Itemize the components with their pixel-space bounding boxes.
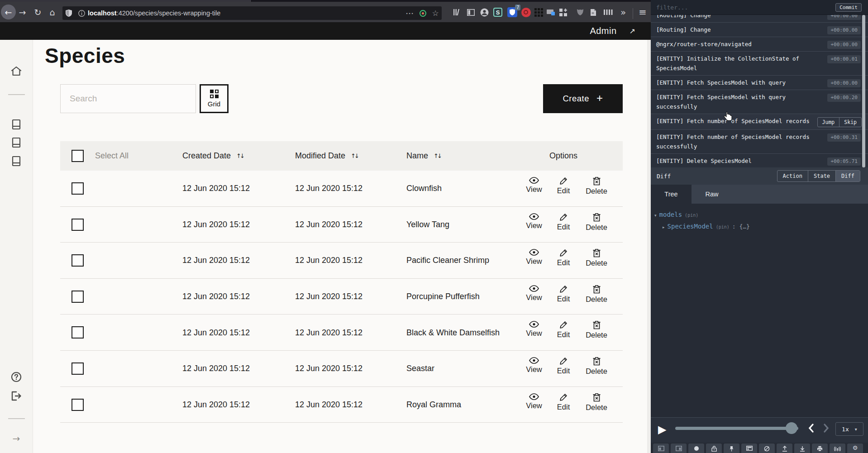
site-info-icon[interactable] [75,7,88,19]
shield-extension-icon[interactable] [574,6,587,19]
account-icon[interactable] [478,6,491,19]
export-button[interactable] [777,443,792,453]
sidebar-expand-arrow[interactable]: → [8,430,25,447]
delete-button[interactable]: Delete [582,393,611,412]
sidebar-help-icon[interactable] [8,368,25,386]
grid-toggle-button[interactable]: Grid [200,84,229,113]
grid-plus-icon[interactable] [557,6,569,19]
bookmark-star-icon[interactable]: ☆ [429,7,442,19]
delete-button[interactable]: Delete [582,321,611,339]
tree-node-speciesmodel[interactable]: ▸ SpeciesModel (pin) : {…} [663,223,868,230]
edit-button[interactable]: Edit [549,285,578,303]
edit-button[interactable]: Edit [549,177,578,195]
devtools-action-row[interactable]: [Routing] Change +00:00.00 [651,23,868,37]
screenshare-icon[interactable] [544,6,557,19]
commit-button[interactable]: Commit [835,3,862,12]
select-all-checkbox[interactable] [72,150,84,162]
delete-button[interactable]: Delete [582,357,611,376]
filter-input[interactable] [651,4,835,11]
view-button[interactable]: View [520,321,548,338]
mode-state-button[interactable]: State [808,171,835,181]
sidebar-book-icon-3[interactable] [8,153,25,170]
page-actions-icon[interactable]: ··· [404,7,416,19]
settings-gear-icon[interactable]: ⚙ [847,443,863,453]
red-extension-icon[interactable] [520,6,532,19]
main-scrollbar[interactable] [647,40,651,453]
pin-button[interactable] [724,443,739,453]
play-button[interactable]: ▶ [658,423,666,436]
devtools-action-row[interactable]: [ENTITY] Initialize the CollectionState … [651,52,868,76]
s-extension-icon[interactable]: S [491,6,504,19]
row-checkbox[interactable] [72,399,84,411]
tab-tree[interactable]: Tree [651,185,692,204]
broadcast-button[interactable] [830,443,845,453]
external-link-icon[interactable]: ↗ [630,27,635,35]
row-checkbox[interactable] [72,326,84,339]
row-checkbox[interactable] [72,219,84,231]
step-back-button[interactable] [806,423,816,433]
home-button[interactable]: ⌂ [45,5,60,19]
tab-raw[interactable]: Raw [692,185,732,204]
bitwarden-icon[interactable]: 7 [506,6,519,19]
jump-button[interactable]: Jump [818,118,839,127]
mode-diff-button[interactable]: Diff [835,171,860,181]
view-button[interactable]: View [520,177,548,194]
delete-button[interactable]: Delete [582,249,611,267]
devtools-action-row[interactable]: [ENTITY] Fetch SpeciesModel with query s… [651,90,868,114]
expand-arrow-icon[interactable]: ▾ [654,213,657,218]
delete-button[interactable]: Delete [582,285,611,304]
devtools-action-row[interactable]: [ENTITY] Fetch number of SpeciesModel re… [651,114,868,130]
timeline-thumb[interactable] [786,422,797,434]
menu-button[interactable]: ≡ [636,6,649,19]
column-created-date[interactable]: Created Date↑↓ [182,141,245,171]
delete-button[interactable]: Delete [582,213,611,232]
edit-button[interactable]: Edit [549,249,578,267]
row-checkbox[interactable] [72,182,84,195]
column-name[interactable]: Name↑↓ [406,141,442,171]
edit-button[interactable]: Edit [549,393,578,411]
sidebar-home-icon[interactable] [8,62,25,80]
dock-left-button[interactable] [653,443,669,453]
devtools-action-row[interactable]: [Routing] Change +00:00.00 [651,15,868,23]
apps-grid-icon[interactable] [532,6,545,19]
view-button[interactable]: View [520,249,548,266]
row-checkbox[interactable] [72,362,84,375]
pause-recording-button[interactable] [759,443,775,453]
step-forward-button[interactable] [821,423,831,433]
devtools-action-row[interactable]: [ENTITY] Fetch SpeciesModel with query +… [651,76,868,90]
document-extension-icon[interactable] [587,6,600,19]
search-input[interactable] [60,84,196,113]
sidebar-book-icon-2[interactable] [8,134,25,151]
edit-button[interactable]: Edit [549,357,578,375]
create-button[interactable]: Create+ [543,84,623,113]
extension-ring-icon[interactable] [416,7,429,19]
admin-label[interactable]: Admin [590,26,616,36]
forward-button[interactable]: → [15,5,30,19]
lock-button[interactable] [706,443,722,453]
back-button[interactable]: ← [1,5,16,19]
view-button[interactable]: View [520,285,548,302]
edit-button[interactable]: Edit [549,321,578,339]
devtools-action-row[interactable]: [ENTITY] Fetch number of SpeciesModel re… [651,130,868,154]
playback-speed-select[interactable]: 1x▾ [835,422,863,436]
devtools-action-row[interactable]: @ngrx/router-store/navigated +00:00.00 [651,37,868,52]
timeline-track[interactable] [675,427,798,430]
import-button[interactable] [794,443,810,453]
skip-button[interactable]: Skip [839,118,861,127]
row-checkbox[interactable] [72,254,84,267]
sidebars-icon[interactable] [464,6,477,19]
fence-extension-icon[interactable] [602,6,615,19]
sidebar-logout-icon[interactable] [8,387,25,405]
library-icon[interactable] [451,6,463,19]
view-button[interactable]: View [520,393,548,410]
mode-action-button[interactable]: Action [777,171,808,181]
view-button[interactable]: View [520,213,548,230]
dock-bottom-button[interactable] [671,443,687,453]
view-button[interactable]: View [520,357,548,374]
devtools-action-row[interactable]: [ENTITY] Delete SpeciesModel +00:05.71 [651,154,868,167]
delete-button[interactable]: Delete [582,177,611,196]
record-button[interactable] [688,443,704,453]
tree-node-models[interactable]: ▾ models (pin) [654,211,868,218]
reload-button[interactable]: ↻ [30,5,45,19]
edit-button[interactable]: Edit [549,213,578,231]
